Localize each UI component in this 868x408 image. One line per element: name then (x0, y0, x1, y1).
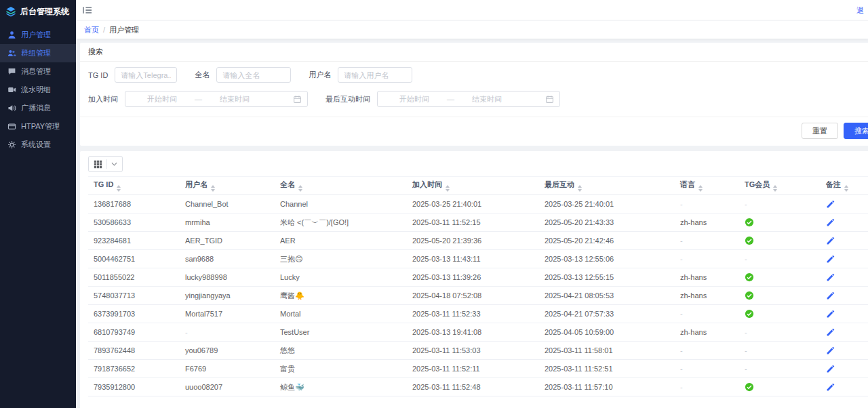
cell-join-time: 2025-03-11 11:52:48 (407, 378, 539, 396)
search-panel: 搜索 TG ID 全名 用户名 (80, 43, 868, 146)
table-row: 530586633 mrmiha 米哈 <(￣︶￣)/[GO!] 2025-03… (88, 213, 868, 232)
edit-remark-icon[interactable] (826, 291, 835, 300)
cell-remark (821, 250, 868, 268)
breadcrumb: 首页 / 用户管理 (76, 20, 868, 39)
member-check-icon (745, 236, 754, 245)
last-active-field-group: 最后互动时间 — (326, 91, 560, 107)
search-button[interactable]: 搜索 (844, 123, 868, 139)
column-settings-button[interactable] (88, 156, 123, 172)
sort-control[interactable] (844, 185, 848, 192)
cell-member: - (739, 213, 821, 232)
edit-remark-icon[interactable] (826, 273, 835, 282)
sort-control[interactable] (698, 185, 703, 192)
cell-username: mrmiha (180, 213, 275, 232)
cell-language: - (675, 250, 739, 268)
cell-tg-id: 7893762448 (88, 342, 180, 360)
grid-icon (94, 160, 102, 169)
full-name-field-group: 全名 (195, 67, 291, 83)
sort-control[interactable] (446, 185, 450, 192)
full-name-input[interactable] (216, 67, 291, 83)
username-input[interactable] (338, 67, 412, 83)
cell-language: zh-hans (675, 287, 739, 305)
table-body: 136817688 Channel_Bot Channel 2025-03-25… (88, 195, 868, 396)
sort-control[interactable] (578, 185, 582, 192)
table-row: 5011855022 lucky988998 Lucky 2025-03-13 … (88, 268, 868, 287)
tg-id-label: TG ID (88, 71, 108, 79)
cell-tg-id: 7935912800 (88, 378, 180, 396)
calendar-icon (293, 95, 302, 104)
breadcrumb-separator: / (103, 26, 105, 34)
tg-id-input[interactable] (115, 67, 177, 83)
cell-remark (821, 268, 868, 287)
chevron-down-icon (111, 162, 117, 166)
video-icon (7, 85, 16, 94)
cell-remark (821, 213, 868, 232)
search-actions: 重置 搜索 (80, 117, 868, 146)
calendar-icon (545, 95, 554, 104)
edit-remark-icon[interactable] (826, 218, 835, 227)
reset-button[interactable]: 重置 (802, 123, 838, 139)
sidebar-item-label: 群组管理 (21, 48, 51, 58)
cell-join-time: 2025-03-13 19:41:08 (407, 323, 539, 342)
cell-member: - (739, 342, 821, 360)
edit-remark-icon[interactable] (826, 237, 835, 245)
cell-language: - (675, 195, 739, 213)
collapse-menu-icon[interactable] (83, 6, 92, 14)
sidebar-item-broadcast-message[interactable]: 广播消息 (0, 99, 76, 117)
cell-username: lucky988998 (180, 268, 275, 287)
cell-member: - (739, 268, 821, 287)
top-bar: 退 (76, 0, 868, 20)
col-header-last-active: 最后互动 (539, 177, 675, 195)
sidebar-item-htpay-management[interactable]: HTPAY管理 (0, 117, 76, 136)
last-active-end-input[interactable] (456, 95, 518, 103)
cell-member: - (739, 232, 821, 250)
sidebar-item-system-settings[interactable]: 系统设置 (0, 136, 76, 154)
join-time-range-picker[interactable]: — (125, 91, 308, 107)
cell-language: - (675, 232, 739, 250)
breadcrumb-home-link[interactable]: 首页 (84, 25, 99, 35)
sort-control[interactable] (773, 185, 777, 192)
edit-remark-icon[interactable] (826, 365, 835, 373)
app-logo: 后台管理系统 (0, 0, 76, 23)
cell-member: - (739, 195, 821, 213)
last-active-range-picker[interactable]: — (377, 91, 560, 107)
sidebar-item-label: 用户管理 (21, 30, 51, 40)
col-header-join-time: 加入时间 (407, 177, 539, 195)
table-row: 7935912800 uuoo08207 鲸鱼🐳 2025-03-11 11:5… (88, 378, 868, 396)
sidebar-item-group-management[interactable]: 群组管理 (0, 44, 76, 62)
join-time-end-input[interactable] (203, 95, 266, 103)
last-active-start-input[interactable] (383, 95, 446, 103)
cell-remark (821, 342, 868, 360)
edit-remark-icon[interactable] (826, 328, 835, 337)
cell-language: zh-hans (675, 268, 739, 287)
range-separator: — (195, 95, 202, 103)
member-dash: - (745, 255, 747, 263)
cell-tg-id: 7918736652 (88, 360, 180, 378)
cell-tg-id: 6373991703 (88, 305, 180, 323)
logout-link[interactable]: 退 (856, 5, 864, 16)
edit-remark-icon[interactable] (826, 383, 835, 392)
sidebar: 后台管理系统 用户管理 群组管理 消息管理 流水明细 广播消息 HTPAY管理 (0, 0, 76, 408)
sidebar-item-label: 流水明细 (21, 85, 51, 95)
toolbar-divider (106, 159, 107, 169)
sort-control[interactable] (298, 185, 302, 192)
table-row: 7918736652 F6769 富贵 2025-03-11 11:52:11 … (88, 360, 868, 378)
edit-remark-icon[interactable] (826, 200, 835, 209)
cell-last-active: 2025-03-11 11:52:51 (539, 360, 675, 378)
sort-control[interactable] (211, 185, 215, 192)
edit-remark-icon[interactable] (826, 310, 835, 319)
cell-full-name: AER (275, 232, 407, 250)
cell-join-time: 2025-03-11 11:52:15 (407, 213, 539, 232)
sidebar-item-user-management[interactable]: 用户管理 (0, 26, 76, 44)
sidebar-item-message-management[interactable]: 消息管理 (0, 62, 76, 81)
cell-remark (821, 360, 868, 378)
edit-remark-icon[interactable] (826, 346, 835, 355)
cell-last-active: 2025-03-13 12:55:06 (539, 250, 675, 268)
cell-member: - (739, 305, 821, 323)
cell-language: - (675, 360, 739, 378)
cell-last-active: 2025-03-11 11:57:10 (539, 378, 675, 396)
sidebar-item-transaction-detail[interactable]: 流水明细 (0, 81, 76, 99)
edit-remark-icon[interactable] (826, 255, 835, 264)
sort-control[interactable] (117, 185, 121, 192)
join-time-start-input[interactable] (131, 95, 193, 103)
